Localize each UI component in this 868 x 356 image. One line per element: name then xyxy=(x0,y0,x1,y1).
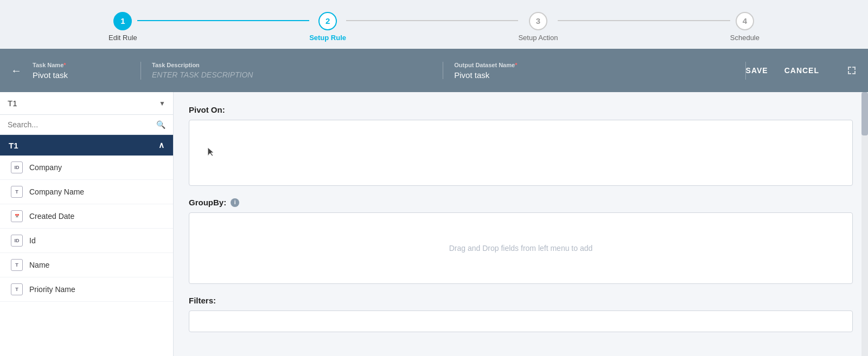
groupby-box[interactable]: Drag and Drop fields from left menu to a… xyxy=(189,212,853,284)
sidebar-search-area: 🔍 xyxy=(0,115,173,135)
filters-title: Filters: xyxy=(189,296,853,305)
content-area: Pivot On: GroupBy: i Drag and Drop field… xyxy=(174,92,868,356)
sidebar-item-company-name[interactable]: T Company Name xyxy=(0,180,173,204)
priority-name-icon: T xyxy=(11,283,23,295)
output-required: * xyxy=(515,62,517,68)
cursor-icon xyxy=(207,146,215,157)
step-1[interactable]: 1 Edit Rule xyxy=(108,12,137,42)
task-description-placeholder[interactable]: ENTER TASK DESCRIPTION xyxy=(152,70,432,79)
sidebar-item-name[interactable]: T Name xyxy=(0,253,173,277)
company-label: Company xyxy=(29,163,62,172)
company-name-label: Company Name xyxy=(29,187,84,196)
company-name-icon: T xyxy=(11,186,23,198)
corner-icon xyxy=(846,65,857,76)
main-area: T1 ▼ 🔍 T1 ∧ ID Company T Company Name 📅 … xyxy=(0,92,868,356)
company-icon: ID xyxy=(11,161,23,173)
step-1-label: Edit Rule xyxy=(108,34,137,42)
step-2[interactable]: 2 Setup Rule xyxy=(309,12,346,42)
step-line-2-3 xyxy=(346,20,518,21)
sidebar-group-label: T1 xyxy=(9,141,18,150)
filters-box[interactable] xyxy=(189,310,853,332)
step-3-circle: 3 xyxy=(529,12,547,30)
drag-drop-hint: Drag and Drop fields from left menu to a… xyxy=(189,213,852,283)
sidebar-dropdown-value: T1 xyxy=(8,99,17,108)
created-date-label: Created Date xyxy=(29,212,74,221)
groupby-title: GroupBy: i xyxy=(189,198,853,207)
sidebar-dropdown[interactable]: T1 ▼ xyxy=(0,92,173,115)
output-dataset-value[interactable]: Pivot task xyxy=(454,70,734,80)
search-input[interactable] xyxy=(8,120,152,129)
back-button[interactable]: ← xyxy=(11,64,22,77)
sidebar: T1 ▼ 🔍 T1 ∧ ID Company T Company Name 📅 … xyxy=(0,92,174,356)
task-name-label: Task Name* xyxy=(33,62,130,68)
step-2-circle: 2 xyxy=(318,12,337,30)
groupby-info-icon[interactable]: i xyxy=(231,198,239,207)
step-2-label: Setup Rule xyxy=(309,34,346,42)
name-icon: T xyxy=(11,259,23,271)
scrollbar-track[interactable] xyxy=(861,92,868,356)
sidebar-group-header[interactable]: T1 ∧ xyxy=(0,135,173,156)
task-description-label: Task Description xyxy=(152,62,432,68)
pivot-on-title: Pivot On: xyxy=(189,105,853,114)
cancel-button[interactable]: CANCEL xyxy=(784,63,819,77)
scrollbar-thumb[interactable] xyxy=(861,92,868,135)
sidebar-item-created-date[interactable]: 📅 Created Date xyxy=(0,204,173,229)
filters-section: Filters: xyxy=(189,296,853,332)
output-dataset-label: Output Dataset Name* xyxy=(454,62,734,68)
task-description-field: Task Description ENTER TASK DESCRIPTION xyxy=(141,62,443,79)
sidebar-item-id[interactable]: ID Id xyxy=(0,229,173,253)
step-3[interactable]: 3 Setup Action xyxy=(518,12,558,42)
sidebar-group-chevron-icon: ∧ xyxy=(158,140,164,150)
step-3-label: Setup Action xyxy=(518,34,558,42)
header-bar: ← Task Name* Pivot task Task Description… xyxy=(0,49,868,92)
created-date-icon: 📅 xyxy=(11,210,23,222)
step-line-3-4 xyxy=(558,20,730,21)
task-name-required: * xyxy=(63,62,66,68)
sidebar-items: T1 ∧ ID Company T Company Name 📅 Created… xyxy=(0,135,173,356)
step-line-1-2 xyxy=(137,20,309,21)
pivot-on-box[interactable] xyxy=(189,120,853,186)
sidebar-item-company[interactable]: ID Company xyxy=(0,156,173,180)
task-name-field: Task Name* Pivot task xyxy=(33,62,141,80)
step-4-circle: 4 xyxy=(736,12,754,30)
stepper: 1 Edit Rule 2 Setup Rule 3 Setup Action … xyxy=(0,0,868,49)
id-label: Id xyxy=(29,236,36,245)
task-name-value[interactable]: Pivot task xyxy=(33,70,130,80)
search-icon: 🔍 xyxy=(156,120,165,129)
step-4-label: Schedule xyxy=(730,34,760,42)
save-button[interactable]: SAVE xyxy=(746,63,768,77)
svg-marker-0 xyxy=(208,147,214,156)
dropdown-arrow-icon: ▼ xyxy=(159,100,165,107)
step-1-circle: 1 xyxy=(113,12,132,30)
priority-name-label: Priority Name xyxy=(29,285,75,294)
output-dataset-field: Output Dataset Name* Pivot task xyxy=(443,62,745,80)
step-4[interactable]: 4 Schedule xyxy=(730,12,760,42)
sidebar-item-priority-name[interactable]: T Priority Name xyxy=(0,277,173,302)
id-icon: ID xyxy=(11,235,23,247)
header-actions: SAVE CANCEL xyxy=(746,63,857,77)
name-label: Name xyxy=(29,261,49,269)
